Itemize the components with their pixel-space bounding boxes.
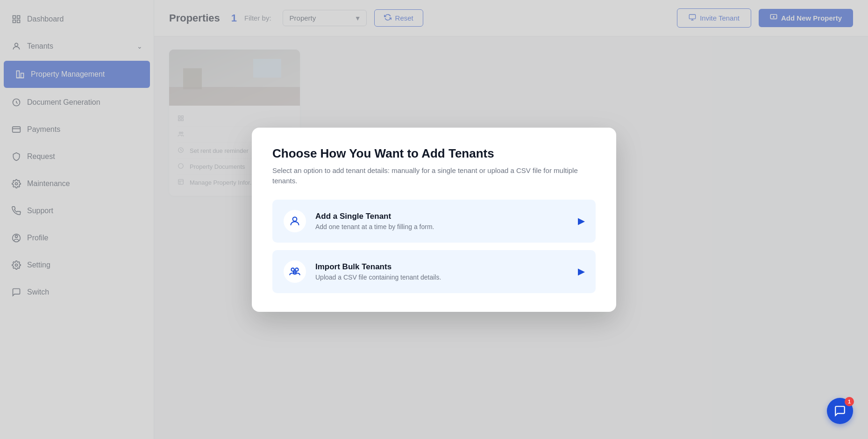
svg-point-36 [291, 268, 294, 271]
chat-bubble-button[interactable]: 1 [827, 398, 853, 424]
bulk-tenant-title: Import Bulk Tenants [315, 262, 569, 272]
bulk-tenant-text: Import Bulk Tenants Upload a CSV file co… [315, 262, 569, 281]
bulk-tenant-arrow-icon: ▶ [578, 266, 584, 277]
add-single-tenant-option[interactable]: Add a Single Tenant Add one tenant at a … [272, 200, 596, 243]
single-tenant-icon-wrapper [284, 210, 306, 232]
modal-title: Choose How You Want to Add Tenants [272, 146, 596, 161]
bulk-tenant-desc: Upload a CSV file containing tenant deta… [315, 273, 569, 281]
modal-overlay[interactable]: Choose How You Want to Add Tenants Selec… [0, 0, 868, 439]
single-tenant-text: Add a Single Tenant Add one tenant at a … [315, 212, 569, 230]
svg-point-37 [295, 268, 299, 271]
import-bulk-tenants-option[interactable]: Import Bulk Tenants Upload a CSV file co… [272, 250, 596, 293]
single-tenant-arrow-icon: ▶ [578, 216, 584, 226]
chat-badge: 1 [845, 397, 854, 406]
single-tenant-desc: Add one tenant at a time by filling a fo… [315, 223, 569, 230]
add-tenant-modal: Choose How You Want to Add Tenants Selec… [252, 128, 616, 312]
modal-subtitle: Select an option to add tenant details: … [272, 166, 596, 187]
svg-point-35 [293, 217, 297, 221]
single-tenant-title: Add a Single Tenant [315, 212, 569, 221]
bulk-tenant-icon-wrapper [284, 260, 306, 283]
